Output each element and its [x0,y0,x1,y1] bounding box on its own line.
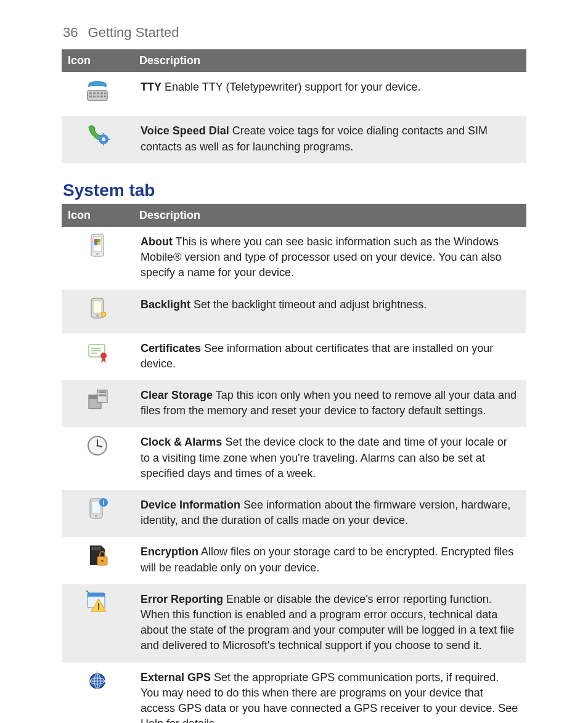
term: Certificates [141,342,201,354]
icon-cell [62,333,133,380]
icon-cell [62,584,133,663]
col-icon: Icon [62,49,133,72]
table-header: Icon Description [62,49,526,72]
table-row: Clear Storage Tap this icon only when yo… [62,380,526,427]
description-cell: Certificates See information about certi… [133,333,526,380]
table-row: Clock & Alarms Set the device clock to t… [62,427,526,490]
description-text: Enable TTY (Teletypewriter) support for … [165,81,421,93]
table-row: About This is where you can see basic in… [62,227,526,290]
encryption-icon [85,543,110,568]
table-row: Error Reporting Enable or disable the de… [62,584,526,663]
term: Backlight [141,298,190,311]
icon-cell [62,227,133,290]
table-row: TTY Enable TTY (Teletypewriter) support … [62,72,526,116]
external-gps-icon [85,669,110,693]
term: Clock & Alarms [141,436,222,448]
description-cell: About This is where you can see basic in… [133,227,526,290]
voice-dial-icon [85,122,110,147]
icon-cell [62,537,133,584]
icon-cell [62,427,133,490]
table-row: Device Information See information about… [62,490,526,537]
description-cell: Voice Speed Dial Create voice tags for v… [133,116,526,163]
icon-cell [62,380,133,427]
description-text: This is where you can see basic informat… [141,235,502,279]
description-cell: Backlight Set the backlight timeout and … [133,290,526,333]
term: About [141,235,173,248]
description-cell: Encryption Allow files on your storage c… [133,537,526,584]
term: Device Information [141,499,240,511]
icon-cell [62,290,133,333]
description-cell: Error Reporting Enable or disable the de… [133,584,526,663]
table-row: Certificates See information about certi… [62,333,526,380]
term: Encryption [141,545,198,558]
section-title-system-tab: System tab [63,181,526,200]
term: TTY [141,81,161,93]
icon-cell [62,72,133,116]
description-text: Set the backlight timeout and adjust bri… [194,298,427,311]
icon-cell [62,490,133,537]
page-number: 36 [63,25,78,40]
backlight-icon [85,296,110,321]
term: Clear Storage [141,389,213,401]
icon-cell [62,663,133,724]
description-cell: External GPS Set the appropriate GPS com… [133,663,526,724]
clear-storage-icon [85,386,110,411]
settings-table-continued: Icon Description TTY Enable TTY (Teletyp… [62,49,526,163]
clock-alarms-icon [85,433,110,458]
col-description: Description [133,204,526,227]
term: Error Reporting [141,593,223,605]
table-row: Encryption Allow files on your storage c… [62,537,526,584]
table-row: Voice Speed Dial Create voice tags for v… [62,116,526,163]
term: External GPS [141,671,211,684]
col-icon: Icon [62,204,133,227]
description-cell: Clock & Alarms Set the device clock to t… [133,427,526,490]
tty-icon [85,78,110,103]
certificates-icon [85,340,110,364]
running-header: 36 Getting Started [62,25,526,49]
col-description: Description [133,49,526,72]
table-row: External GPS Set the appropriate GPS com… [62,663,526,724]
table-header: Icon Description [62,204,526,227]
table-row: Backlight Set the backlight timeout and … [62,290,526,333]
settings-table-system: Icon Description About This is where you… [62,204,526,723]
section-name: Getting Started [88,25,179,40]
about-icon [85,233,110,258]
manual-page: 36 Getting Started Icon Description TTY … [0,0,588,723]
description-cell: Device Information See information about… [133,490,526,537]
icon-cell [62,116,133,163]
description-cell: Clear Storage Tap this icon only when yo… [133,380,526,427]
description-cell: TTY Enable TTY (Teletypewriter) support … [133,72,526,116]
error-report-icon [85,590,110,615]
device-info-icon [85,496,110,521]
term: Voice Speed Dial [141,125,229,137]
